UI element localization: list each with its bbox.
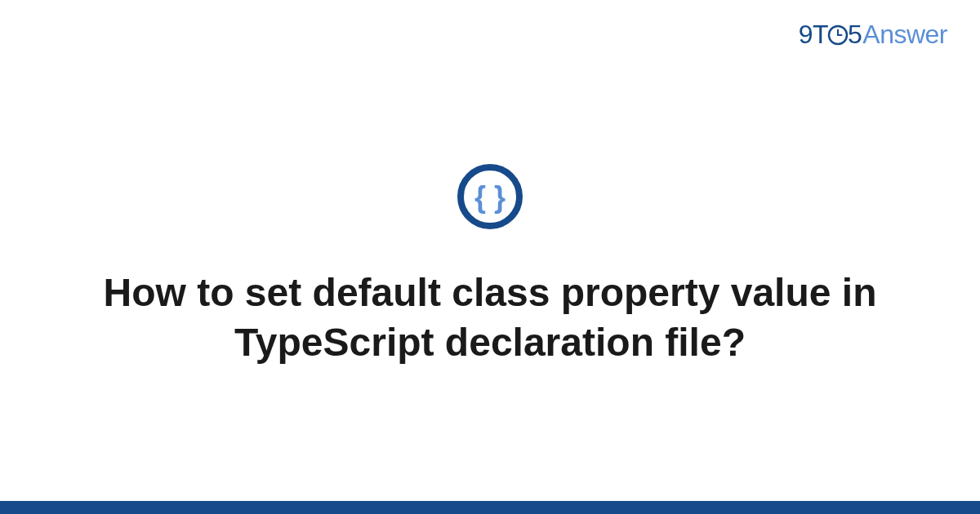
footer-accent-bar — [0, 501, 980, 514]
main-content: { } How to set default class property va… — [0, 0, 980, 514]
category-braces-icon: { } — [457, 163, 523, 233]
svg-text:{ }: { } — [474, 180, 506, 214]
question-title: How to set default class property value … — [98, 268, 882, 368]
